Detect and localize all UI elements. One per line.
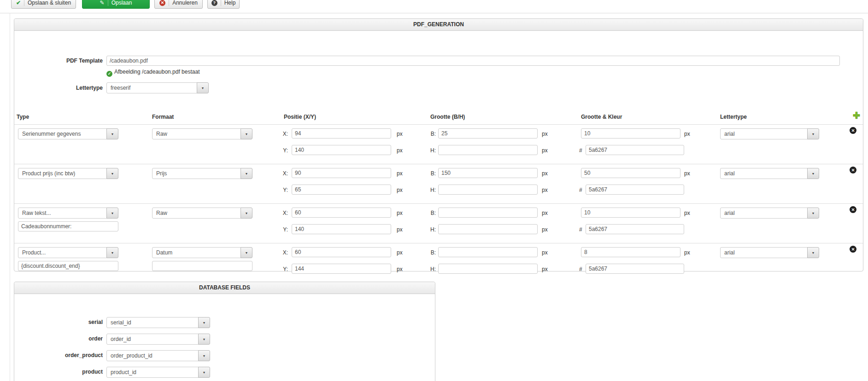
chevron-down-icon: ▼ <box>807 128 819 139</box>
database-fields-panel: DATABASE FIELDS serial serial_id ▼ order… <box>14 282 435 381</box>
cancel-button[interactable]: ✕ Annuleren <box>154 0 203 9</box>
help-button[interactable]: ? Help <box>207 0 240 9</box>
table-row: Raw tekst... ▼ Raw ▼ X: px Y: px B: px H… <box>14 203 863 243</box>
row-font-select[interactable]: arial ▼ <box>720 247 819 258</box>
order-product-label: order_product <box>14 352 103 358</box>
color-input[interactable] <box>586 224 684 234</box>
chevron-down-icon: ▼ <box>106 168 118 179</box>
b-input[interactable] <box>438 168 538 178</box>
h-input[interactable] <box>438 185 538 195</box>
formaat-text-input[interactable] <box>152 261 252 271</box>
y-input[interactable] <box>292 224 391 234</box>
row-type-select[interactable]: Serienummer gegevens ▼ <box>18 128 118 139</box>
order-select[interactable]: order_id ▼ <box>106 334 210 345</box>
color-input[interactable] <box>586 264 684 274</box>
h-input[interactable] <box>438 224 538 234</box>
row-font-select[interactable]: arial ▼ <box>720 208 819 219</box>
row-type-value: Product prijs (inc btw) <box>18 168 107 179</box>
size-input[interactable] <box>581 128 680 139</box>
file-status: ✓Afbeelding /cadeaubon.pdf bestaat <box>106 69 199 77</box>
product-select[interactable]: product_id ▼ <box>106 367 210 378</box>
row-formaat-select[interactable]: Raw ▼ <box>152 208 252 219</box>
chevron-down-icon: ▼ <box>198 367 210 378</box>
type-text-input[interactable] <box>18 261 118 271</box>
row-type-select[interactable]: Product... ▼ <box>18 247 118 258</box>
lettertype-select[interactable]: freeserif ▼ <box>106 82 209 93</box>
lettertype-select-value: freeserif <box>106 82 197 93</box>
grid-header: Type Formaat Positie (X/Y) Grootte (B/H)… <box>14 114 863 124</box>
row-type-select[interactable]: Product prijs (inc btw) ▼ <box>18 168 118 179</box>
x-input[interactable] <box>292 128 391 139</box>
table-row: Serienummer gegevens ▼ Raw ▼ X: px Y: px… <box>14 124 863 164</box>
row-font-value: arial <box>720 208 808 219</box>
add-row-icon[interactable]: ✚ <box>853 110 860 121</box>
row-font-select[interactable]: arial ▼ <box>720 128 819 139</box>
b-input[interactable] <box>438 247 538 257</box>
b-input[interactable] <box>438 128 538 139</box>
delete-row-icon[interactable]: ✕ <box>850 127 856 134</box>
delete-row-icon[interactable]: ✕ <box>850 167 856 173</box>
save-button[interactable]: ✎ Opslaan <box>82 0 150 9</box>
px-label: px <box>684 249 690 256</box>
row-formaat-select[interactable]: Raw ▼ <box>152 128 252 139</box>
save-label: Opslaan <box>111 0 132 6</box>
pdf-template-input[interactable] <box>106 56 840 66</box>
hash-label: # <box>579 226 584 233</box>
chevron-down-icon: ▼ <box>106 128 118 139</box>
y-label: Y: <box>277 226 288 233</box>
y-input[interactable] <box>292 264 391 274</box>
h-label: H: <box>426 226 436 233</box>
chevron-down-icon: ▼ <box>198 350 210 361</box>
row-font-select[interactable]: arial ▼ <box>720 168 819 179</box>
check-icon: ✔ <box>16 0 24 6</box>
pdf-template-label: PDF Template <box>14 58 103 64</box>
h-input[interactable] <box>438 145 538 155</box>
px-label: px <box>542 210 548 216</box>
grid-rows: Serienummer gegevens ▼ Raw ▼ X: px Y: px… <box>14 124 863 283</box>
color-input[interactable] <box>586 185 684 195</box>
row-formaat-select[interactable]: Datum ▼ <box>152 247 252 258</box>
px-label: px <box>397 226 403 233</box>
chevron-down-icon: ▼ <box>807 168 819 179</box>
type-text-input[interactable] <box>18 221 118 231</box>
color-input[interactable] <box>586 145 684 155</box>
help-label: Help <box>224 0 236 6</box>
x-label: X: <box>277 210 288 216</box>
delete-row-icon[interactable]: ✕ <box>850 206 856 213</box>
h-input[interactable] <box>438 264 538 274</box>
row-formaat-select[interactable]: Prijs ▼ <box>152 168 252 179</box>
delete-row-icon[interactable]: ✕ <box>850 246 856 253</box>
serial-select-value: serial_id <box>106 317 199 328</box>
chevron-down-icon: ▼ <box>240 128 252 139</box>
chevron-down-icon: ▼ <box>807 247 819 258</box>
b-input[interactable] <box>438 208 538 218</box>
x-label: X: <box>277 131 288 137</box>
hash-label: # <box>579 147 584 154</box>
h-label: H: <box>426 147 436 154</box>
row-type-select[interactable]: Raw tekst... ▼ <box>18 208 118 219</box>
px-label: px <box>397 187 403 193</box>
lettertype-label: Lettertype <box>14 85 103 91</box>
order-product-select[interactable]: order_product_id ▼ <box>106 350 210 361</box>
x-input[interactable] <box>292 168 391 178</box>
size-input[interactable] <box>581 168 680 178</box>
database-fields-panel-title: DATABASE FIELDS <box>14 282 435 294</box>
file-status-text: Afbeelding /cadeaubon.pdf bestaat <box>114 69 199 75</box>
px-label: px <box>397 170 403 177</box>
toolbar: ✔ Opslaan & sluiten ✎ Opslaan ✕ Annulere… <box>0 0 868 13</box>
y-input[interactable] <box>292 185 391 195</box>
table-row: Product prijs (inc btw) ▼ Prijs ▼ X: px … <box>14 164 863 203</box>
y-input[interactable] <box>292 145 391 155</box>
chevron-down-icon: ▼ <box>198 317 210 328</box>
x-input[interactable] <box>292 208 391 218</box>
pdf-generation-panel-title: PDF_GENERATION <box>14 19 863 31</box>
size-input[interactable] <box>581 247 680 257</box>
size-input[interactable] <box>581 208 680 218</box>
column-type: Type <box>17 114 29 120</box>
serial-select[interactable]: serial_id ▼ <box>106 317 210 328</box>
save-and-close-button[interactable]: ✔ Opslaan & sluiten <box>11 0 76 9</box>
row-type-value: Product... <box>18 247 107 258</box>
px-label: px <box>397 210 403 216</box>
px-label: px <box>397 131 403 137</box>
x-input[interactable] <box>292 247 391 257</box>
